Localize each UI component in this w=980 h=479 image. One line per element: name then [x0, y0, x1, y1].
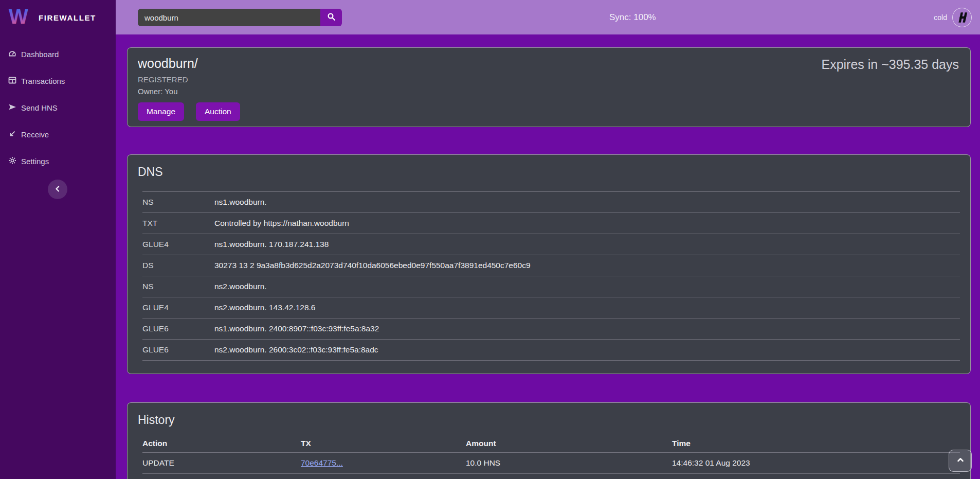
app-title: FIREWALLET: [39, 13, 96, 22]
history-row: RENEW d7b64f25... 10.0 HNS 15:47:36 07 F…: [142, 474, 960, 479]
history-title: History: [138, 413, 960, 427]
history-time: 14:46:32 01 Aug 2023: [672, 458, 960, 468]
dns-record-type: NS: [142, 282, 214, 291]
search-bar: [138, 9, 342, 26]
dns-record-row: NS ns1.woodburn.: [142, 192, 960, 213]
scroll-to-top-button[interactable]: [949, 450, 972, 472]
dns-record-value: ns2.woodburn. 143.42.128.6: [214, 303, 960, 312]
domain-card: woodburn/ REGISTERED Owner: You Manage A…: [127, 47, 971, 127]
sidebar-item-transactions[interactable]: Transactions: [0, 67, 116, 94]
dns-record-row: GLUE4 ns1.woodburn. 170.187.241.138: [142, 234, 960, 255]
svg-text:W: W: [9, 5, 28, 28]
dns-record-row: NS ns2.woodburn.: [142, 276, 960, 297]
history-amount: 10.0 HNS: [466, 458, 672, 468]
wallet-status: cold: [934, 0, 972, 34]
history-col-tx: TX: [301, 439, 466, 448]
dns-record-row: GLUE6 ns1.woodburn. 2400:8907::f03c:93ff…: [142, 318, 960, 340]
sidebar-item-label: Receive: [21, 130, 49, 139]
history-action: UPDATE: [142, 458, 301, 468]
dns-record-value: ns1.woodburn. 170.187.241.138: [214, 240, 960, 249]
chevron-up-icon: [956, 456, 965, 466]
dns-card: DNS NS ns1.woodburn. TXT Controlled by h…: [127, 154, 971, 374]
history-col-action: Action: [142, 439, 301, 448]
history-card: History Action TX Amount Time UPDATE 70e…: [127, 402, 971, 479]
domain-owner: Owner: You: [138, 87, 960, 96]
dns-record-row: GLUE6 ns2.woodburn. 2600:3c02::f03c:93ff…: [142, 340, 960, 361]
transactions-icon: [8, 76, 16, 86]
dns-record-type: GLUE4: [142, 303, 214, 312]
dns-record-row: GLUE4 ns2.woodburn. 143.42.128.6: [142, 297, 960, 318]
sidebar: W FIREWALLET Dashboard Transact: [0, 0, 116, 479]
sidebar-nav: Dashboard Transactions Send HNS: [0, 41, 116, 174]
firewallet-logo-icon: W: [8, 5, 32, 30]
history-table: Action TX Amount Time UPDATE 70e64775...…: [142, 434, 960, 479]
dns-table: NS ns1.woodburn. TXT Controlled by https…: [142, 191, 960, 361]
history-row: UPDATE 70e64775... 10.0 HNS 14:46:32 01 …: [142, 453, 960, 474]
dns-record-type: TXT: [142, 219, 214, 228]
sidebar-item-settings[interactable]: Settings: [0, 148, 116, 174]
sidebar-item-label: Dashboard: [21, 50, 59, 59]
history-col-amount: Amount: [466, 439, 672, 448]
dns-record-type: NS: [142, 198, 214, 207]
dns-record-value: ns1.woodburn. 2400:8907::f03c:93ff:fe5a:…: [214, 324, 960, 333]
dns-record-value: ns2.woodburn. 2600:3c02::f03c:93ff:fe5a:…: [214, 345, 960, 354]
dns-record-value: Controlled by https://nathan.woodburn: [214, 219, 960, 228]
dns-record-value: ns1.woodburn.: [214, 198, 960, 207]
search-icon: [327, 12, 336, 23]
domain-expiry: Expires in ~395.35 days: [821, 57, 959, 72]
dashboard-icon: [8, 49, 16, 59]
dns-record-row: DS 30273 13 2 9a3a8fb3d625d2a2073d740f10…: [142, 255, 960, 276]
app-brand: W FIREWALLET: [0, 0, 116, 34]
main-content: woodburn/ REGISTERED Owner: You Manage A…: [116, 34, 980, 479]
sidebar-collapse-button[interactable]: [48, 180, 67, 199]
history-rows: UPDATE 70e64775... 10.0 HNS 14:46:32 01 …: [142, 453, 960, 479]
dns-record-value: ns2.woodburn.: [214, 282, 960, 291]
topbar: Sync: 100% cold: [116, 0, 980, 34]
manage-button[interactable]: Manage: [138, 102, 184, 121]
sidebar-item-dashboard[interactable]: Dashboard: [0, 41, 116, 67]
sidebar-item-label: Transactions: [21, 77, 65, 85]
sidebar-item-label: Settings: [21, 157, 49, 166]
handshake-logo-button[interactable]: [952, 8, 972, 27]
search-input[interactable]: [138, 9, 320, 26]
sync-status: Sync: 100%: [609, 0, 656, 34]
gear-icon: [8, 156, 16, 166]
history-table-header: Action TX Amount Time: [142, 434, 960, 453]
sidebar-item-receive[interactable]: Receive: [0, 121, 116, 148]
send-icon: [8, 103, 16, 113]
wallet-name-label: cold: [934, 13, 947, 22]
sidebar-item-send-hns[interactable]: Send HNS: [0, 94, 116, 121]
domain-status: REGISTERED: [138, 75, 960, 84]
dns-record-type: GLUE4: [142, 240, 214, 249]
sidebar-item-label: Send HNS: [21, 103, 58, 112]
chevron-left-icon: [54, 185, 61, 194]
search-button[interactable]: [320, 9, 342, 26]
dns-title: DNS: [138, 165, 960, 179]
receive-icon: [8, 130, 16, 139]
history-col-time: Time: [672, 439, 960, 448]
dns-record-row: TXT Controlled by https://nathan.woodbur…: [142, 213, 960, 234]
auction-button[interactable]: Auction: [196, 102, 240, 121]
dns-record-type: DS: [142, 261, 214, 270]
dns-record-value: 30273 13 2 9a3a8fb3d625d2a2073d740f10da6…: [214, 261, 960, 270]
tx-link[interactable]: 70e64775...: [301, 458, 343, 467]
dns-record-type: GLUE6: [142, 324, 214, 333]
dns-record-type: GLUE6: [142, 345, 214, 354]
